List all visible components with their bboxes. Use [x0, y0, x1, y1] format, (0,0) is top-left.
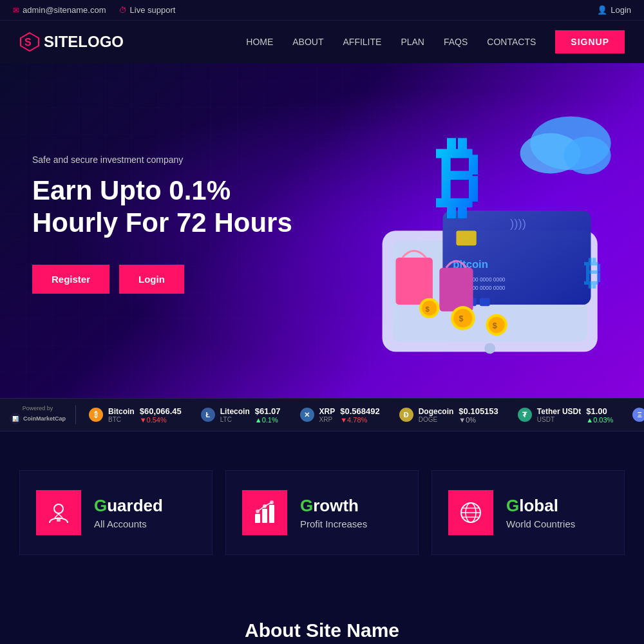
feature-growth: Growth Profit Increases	[225, 470, 419, 555]
growth-text: Growth Profit Increases	[300, 496, 367, 529]
doge-price-wrap: $0.105153 ▼0%	[459, 406, 498, 424]
nav-faqs[interactable]: FAQS	[444, 37, 468, 47]
global-text: Global World Countries	[506, 496, 575, 529]
hero-illustration: )))) bitcoin 0000 0000 0000 0000 0000 00…	[328, 76, 631, 385]
top-bar-left: ✉ admin@sitename.com ⏱ Live support	[13, 5, 175, 15]
xrp-price: $0.568492	[340, 406, 379, 416]
global-icon-box	[448, 490, 493, 535]
usdt-name: Tether USDt	[537, 407, 581, 416]
xrp-abbr: XRP	[319, 416, 336, 423]
growth-subtitle: Profit Increases	[300, 518, 367, 529]
ticker-dogecoin: Ð Dogecoin DOGE $0.105153 ▼0%	[399, 406, 498, 424]
navbar: S SITELOGO HOME ABOUT AFFILITE PLAN FAQS…	[0, 21, 644, 63]
svg-text:)))): ))))	[510, 216, 526, 230]
hero-title-line2: Hourly For 72 Hours	[32, 207, 292, 238]
svg-point-18	[564, 137, 611, 174]
global-subtitle: World Countries	[506, 518, 575, 529]
svg-rect-34	[262, 509, 267, 523]
hero-content: Safe and secure investment company Earn …	[32, 155, 292, 294]
doge-price: $0.105153	[459, 406, 498, 416]
guarded-g: G	[94, 496, 107, 515]
svg-text:₿: ₿	[584, 254, 601, 292]
hero-section: Safe and secure investment company Earn …	[0, 63, 644, 398]
nav-affilite[interactable]: AFFILITE	[343, 37, 382, 47]
svg-text:₿: ₿	[436, 128, 480, 226]
user-icon: 👤	[597, 5, 607, 15]
login-button[interactable]: Login	[119, 265, 184, 294]
hero-title-line1: Earn Upto 0.1%	[32, 175, 231, 205]
register-button[interactable]: Register	[32, 265, 109, 294]
ticker-tether: ₮ Tether USDt USDT $1.00 ▲0.03%	[518, 406, 614, 424]
growth-title: Growth	[300, 496, 367, 516]
nav-home[interactable]: HOME	[246, 37, 273, 47]
svg-text:$: $	[493, 321, 497, 330]
nav-about[interactable]: ABOUT	[292, 37, 323, 47]
ticker-items: ₿ Bitcoin BTC $60,066.45 ▼0.54% Ł Liteco…	[76, 406, 644, 424]
btc-name: Bitcoin	[108, 407, 135, 416]
ticker-xrp: ✕ XRP XRP $0.568492 ▼4.78%	[300, 406, 380, 424]
feature-guarded: Guarded All Accounts	[19, 470, 213, 555]
features-section: Guarded All Accounts Grow	[0, 431, 644, 594]
doge-abbr: DOGE	[419, 416, 454, 423]
ltc-info: Litecoin LTC	[220, 407, 250, 423]
email-text: admin@sitename.com	[23, 5, 106, 15]
doge-info: Dogecoin DOGE	[419, 407, 454, 423]
clock-icon: ⏱	[119, 6, 127, 15]
svg-text:S: S	[24, 37, 32, 48]
xrp-change: ▼4.78%	[340, 416, 379, 424]
hero-title: Earn Upto 0.1% Hourly For 72 Hours	[32, 175, 292, 240]
svg-rect-19	[395, 258, 432, 305]
ltc-icon: Ł	[201, 408, 215, 422]
btc-price-wrap: $60,066.45 ▼0.54%	[140, 406, 182, 424]
svg-point-4	[484, 343, 495, 354]
svg-rect-7	[456, 231, 476, 245]
xrp-icon: ✕	[300, 408, 314, 422]
ticker-litecoin: Ł Litecoin LTC $61.07 ▲0.1%	[201, 406, 281, 424]
nav-links: HOME ABOUT AFFILITE PLAN FAQS CONTACTS S…	[246, 30, 625, 53]
ltc-price-wrap: $61.07 ▲0.1%	[255, 406, 281, 424]
email-icon: ✉	[13, 6, 19, 15]
btc-info: Bitcoin BTC	[108, 407, 135, 423]
btc-abbr: BTC	[108, 416, 135, 423]
svg-rect-20	[439, 268, 473, 312]
nav-plan[interactable]: PLAN	[401, 37, 424, 47]
hero-subtitle: Safe and secure investment company	[32, 155, 292, 165]
svg-rect-32	[57, 518, 61, 522]
usdt-info: Tether USDt USDT	[537, 407, 581, 423]
support-item[interactable]: ⏱ Live support	[119, 5, 176, 15]
usdt-price-wrap: $1.00 ▲0.03%	[586, 406, 613, 424]
global-g: G	[506, 496, 519, 515]
usdt-change: ▲0.03%	[586, 416, 613, 424]
signup-button[interactable]: SIGNUP	[555, 30, 625, 53]
ticker-powered: Powered by 📊 CoinMarketCap	[0, 405, 76, 424]
guarded-subtitle: All Accounts	[94, 518, 163, 529]
global-rest: lobal	[519, 496, 558, 515]
features-grid: Guarded All Accounts Grow	[19, 470, 625, 555]
usdt-icon: ₮	[518, 408, 532, 422]
guarded-icon-box	[36, 490, 81, 535]
svg-rect-35	[269, 505, 274, 523]
btc-price: $60,066.45	[140, 406, 182, 416]
top-bar-right[interactable]: 👤 Login	[597, 5, 631, 15]
growth-icon-box	[242, 490, 287, 535]
ltc-abbr: LTC	[220, 416, 250, 423]
top-login-text: Login	[611, 5, 631, 15]
usdt-price: $1.00	[586, 406, 613, 416]
ticker-ethereum: Ξ Ethereum ETH	[632, 406, 644, 424]
site-logo[interactable]: S SITELOGO	[19, 32, 124, 52]
coinmarketcap-label: CoinMarketCap	[23, 415, 66, 422]
growth-rest: rowth	[313, 496, 359, 515]
nav-contacts[interactable]: CONTACTS	[487, 37, 536, 47]
feature-global: Global World Countries	[431, 470, 625, 555]
ticker-bitcoin: ₿ Bitcoin BTC $60,066.45 ▼0.54%	[89, 406, 182, 424]
support-text: Live support	[130, 5, 176, 15]
email-item: ✉ admin@sitename.com	[13, 5, 106, 15]
powered-by-label: Powered by	[23, 405, 53, 412]
eth-icon: Ξ	[632, 408, 644, 422]
svg-text:$: $	[425, 305, 430, 313]
svg-rect-14	[480, 298, 490, 307]
svg-text:$: $	[459, 314, 464, 323]
ltc-price: $61.07	[255, 406, 281, 416]
hero-buttons: Register Login	[32, 265, 292, 294]
xrp-name: XRP	[319, 407, 336, 416]
